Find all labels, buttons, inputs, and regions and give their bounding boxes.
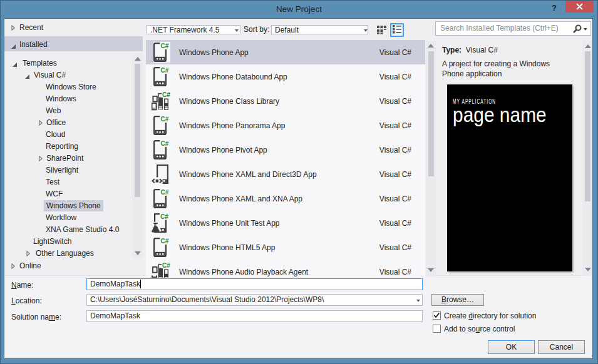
svg-text:C#: C# <box>161 140 169 147</box>
svg-text:C#: C# <box>161 116 169 123</box>
svg-text:C#: C# <box>162 262 170 269</box>
svg-text:C#: C# <box>161 238 169 245</box>
svg-text:C#: C# <box>160 213 168 220</box>
svg-text:C#: C# <box>161 67 169 74</box>
svg-text:C#: C# <box>162 91 170 98</box>
svg-text:C#: C# <box>161 43 169 49</box>
svg-text:C#: C# <box>161 189 169 196</box>
